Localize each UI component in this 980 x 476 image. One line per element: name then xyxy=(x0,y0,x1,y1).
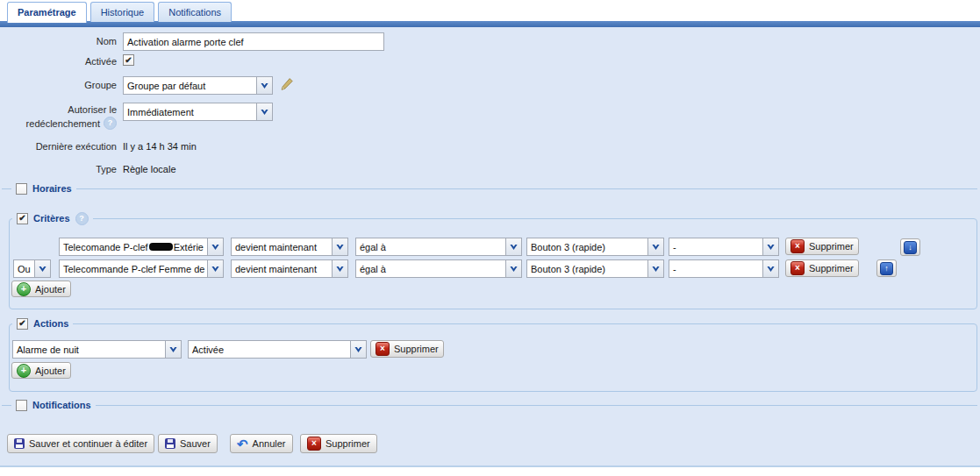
horaires-legend: Horaires xyxy=(11,181,76,195)
groupe-label: Groupe xyxy=(0,80,117,90)
criteria-extra-select[interactable]: - xyxy=(669,259,779,278)
criteria-event-select[interactable]: devient maintenant xyxy=(231,259,348,278)
tab-notifications[interactable]: Notifications xyxy=(158,2,232,22)
help-icon[interactable]: ? xyxy=(104,117,117,130)
save-icon xyxy=(14,438,25,449)
notifications-checkbox[interactable] xyxy=(16,400,27,411)
criteria-add-button[interactable]: + Ajouter xyxy=(11,281,71,297)
save-button[interactable]: Sauver xyxy=(158,434,218,453)
delete-icon: × xyxy=(790,261,805,275)
chevron-down-icon xyxy=(350,341,366,358)
delete-icon: × xyxy=(790,239,805,253)
criteres-checkbox[interactable]: ✔ xyxy=(17,213,28,224)
tab-historique[interactable]: Historique xyxy=(90,2,155,22)
action-delete-button[interactable]: × Supprimer xyxy=(370,340,444,358)
criteria-delete-button[interactable]: × Supprimer xyxy=(785,238,859,255)
chevron-down-icon xyxy=(647,260,663,277)
chevron-down-icon xyxy=(165,341,181,358)
chevron-down-icon xyxy=(256,77,272,94)
chevron-down-icon xyxy=(332,238,347,255)
edit-pencil-icon[interactable] xyxy=(280,77,294,91)
action-add-button[interactable]: + Ajouter xyxy=(11,362,71,379)
undo-icon: ↶ xyxy=(237,437,248,451)
chevron-down-icon xyxy=(332,260,347,277)
criteria-device-select[interactable]: Telecommande P-clef Femme de m xyxy=(59,259,224,278)
delete-rule-button[interactable]: × Supprimer xyxy=(300,434,377,453)
criteria-extra-select[interactable]: - xyxy=(669,238,779,256)
tab-bar: Paramétrage Historique Notifications xyxy=(7,2,232,23)
chevron-down-icon xyxy=(505,260,521,277)
type-value: Règle locale xyxy=(123,164,176,174)
redeclenchement-label-line1: Autoriser le xyxy=(0,104,117,115)
nom-input[interactable] xyxy=(123,32,384,51)
horaires-checkbox[interactable] xyxy=(16,183,27,195)
activee-checkbox[interactable]: ✔ xyxy=(123,54,134,66)
horaires-title: Horaires xyxy=(32,183,72,194)
criteria-logic-select[interactable]: Ou xyxy=(13,259,51,278)
redeclenchement-label-line2: redéclenchement ? xyxy=(0,117,117,130)
criteria-delete-button[interactable]: × Supprimer xyxy=(785,259,859,277)
criteria-move-down-button[interactable]: ↓ xyxy=(900,238,920,256)
chevron-down-icon xyxy=(256,103,272,120)
add-icon: + xyxy=(17,364,31,378)
criteria-event-select[interactable]: devient maintenant xyxy=(231,238,348,256)
arrow-down-icon: ↓ xyxy=(904,241,917,254)
notifications-legend: Notifications xyxy=(11,398,96,412)
nom-label: Nom xyxy=(0,36,117,46)
criteria-value-select[interactable]: Bouton 3 (rapide) xyxy=(526,238,664,256)
criteria-operator-select[interactable]: égal à xyxy=(355,238,522,256)
activee-label: Activée xyxy=(0,56,117,67)
redeclenchement-select[interactable]: Immédiatement xyxy=(123,103,273,121)
action-value-select[interactable]: Activée xyxy=(188,340,367,359)
criteres-legend: ✔ Critères ? xyxy=(12,211,93,225)
actions-checkbox[interactable]: ✔ xyxy=(17,318,28,330)
save-icon xyxy=(165,438,175,449)
add-icon: + xyxy=(17,282,31,296)
chevron-down-icon xyxy=(762,260,778,277)
chevron-down-icon xyxy=(34,260,50,277)
groupe-select[interactable]: Groupe par défaut xyxy=(123,76,273,95)
tab-parametrage[interactable]: Paramétrage xyxy=(7,2,87,23)
delete-icon: × xyxy=(307,437,321,451)
criteria-device-select[interactable]: Telecomande P-clefExtérie xyxy=(59,238,224,256)
criteria-move-up-button[interactable]: ↑ xyxy=(876,259,897,277)
derniere-execution-value: Il y a 14 h 34 min xyxy=(123,141,197,152)
horaires-section-line xyxy=(2,188,977,189)
type-label: Type xyxy=(0,164,117,174)
rule-editor-page: Paramétrage Historique Notifications Nom… xyxy=(0,0,980,476)
actions-legend: ✔ Actions xyxy=(12,316,73,330)
redaction-blob xyxy=(149,243,173,251)
chevron-down-icon xyxy=(505,238,521,255)
delete-icon: × xyxy=(376,342,390,356)
chevron-down-icon xyxy=(762,238,778,255)
cancel-button[interactable]: ↶ Annuler xyxy=(230,434,293,453)
criteria-value-select[interactable]: Bouton 3 (rapide) xyxy=(526,259,664,278)
actions-title: Actions xyxy=(33,318,68,329)
action-target-select[interactable]: Alarme de nuit xyxy=(12,340,182,359)
criteria-operator-select[interactable]: égal à xyxy=(355,259,522,278)
derniere-execution-label: Dernière exécution xyxy=(0,141,117,152)
chevron-down-icon xyxy=(207,260,223,277)
notifications-title: Notifications xyxy=(32,400,91,410)
criteres-title: Critères xyxy=(33,213,70,224)
notifications-section-line xyxy=(2,405,977,406)
chevron-down-icon xyxy=(647,238,663,255)
help-icon[interactable]: ? xyxy=(75,212,89,225)
save-and-continue-button[interactable]: Sauver et continuer à éditer xyxy=(7,434,154,453)
chevron-down-icon xyxy=(207,238,223,255)
arrow-up-icon: ↑ xyxy=(880,262,893,275)
